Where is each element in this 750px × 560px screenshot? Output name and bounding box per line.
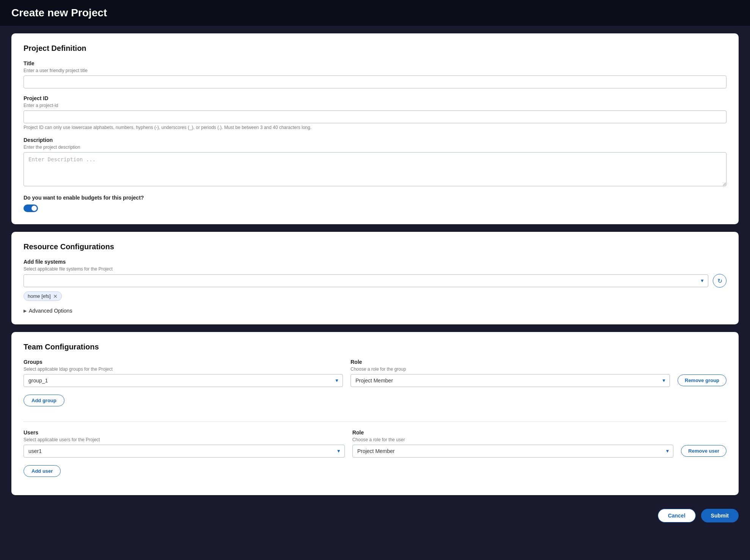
group-role-label: Role — [351, 359, 670, 365]
groups-select-wrapper: group_1 ▼ — [24, 374, 343, 387]
description-input[interactable] — [24, 152, 726, 186]
users-select[interactable]: user1 — [24, 445, 345, 458]
title-label: Title — [24, 60, 726, 66]
file-systems-label: Add file systems — [24, 259, 726, 265]
team-configurations-title: Team Configurations — [24, 343, 726, 351]
user-role-select[interactable]: Project Member — [352, 445, 674, 458]
add-group-button[interactable]: Add group — [24, 395, 64, 406]
user-role-label: Role — [352, 429, 674, 436]
users-row: Users Select applicable users for the Pr… — [24, 429, 726, 458]
divider — [24, 422, 726, 422]
resource-configurations-card: Resource Configurations Add file systems… — [11, 232, 739, 324]
budget-toggle[interactable] — [24, 204, 38, 212]
submit-button[interactable]: Submit — [701, 509, 739, 522]
groups-row: Groups Select applicable ldap groups for… — [24, 359, 726, 387]
group-role-select[interactable]: Project Member — [351, 374, 670, 387]
user-role-select-wrapper: Project Member ▼ — [352, 445, 674, 458]
title-group: Title Enter a user friendly project titl… — [24, 60, 726, 88]
description-group: Description Enter the project descriptio… — [24, 137, 726, 188]
tag-close-icon[interactable]: ✕ — [53, 294, 58, 299]
project-definition-card: Project Definition Title Enter a user fr… — [11, 33, 739, 224]
file-systems-select[interactable] — [24, 274, 708, 287]
project-id-hint: Enter a project-id — [24, 103, 726, 108]
refresh-button[interactable]: ↻ — [713, 274, 726, 288]
groups-col: Groups Select applicable ldap groups for… — [24, 359, 343, 387]
page-title: Create new Project — [11, 7, 739, 19]
file-system-tag: home [efs] ✕ — [24, 291, 62, 301]
group-role-select-wrapper: Project Member ▼ — [351, 374, 670, 387]
file-systems-group: Add file systems Select applicable file … — [24, 259, 726, 301]
users-select-wrapper: user1 ▼ — [24, 445, 345, 458]
page-footer: Cancel Submit — [0, 503, 750, 532]
advanced-options-arrow-icon: ▶ — [24, 308, 27, 313]
group-role-col: Role Choose a role for the group Project… — [351, 359, 670, 387]
description-label: Description — [24, 137, 726, 143]
file-system-row: ▼ ↻ — [24, 274, 726, 288]
users-hint: Select applicable users for the Project — [24, 437, 345, 442]
tag-label: home [efs] — [28, 293, 51, 299]
project-id-group: Project ID Enter a project-id Project ID… — [24, 95, 726, 130]
file-systems-hint: Select applicable file systems for the P… — [24, 266, 726, 272]
description-hint: Enter the project description — [24, 145, 726, 150]
file-systems-select-wrapper: ▼ — [24, 274, 708, 287]
project-id-help: Project ID can only use lowercase alphab… — [24, 125, 726, 130]
remove-group-button[interactable]: Remove group — [678, 374, 726, 386]
advanced-options-toggle[interactable]: ▶ Advanced Options — [24, 308, 726, 314]
add-user-button[interactable]: Add user — [24, 465, 61, 477]
groups-select[interactable]: group_1 — [24, 374, 343, 387]
groups-label: Groups — [24, 359, 343, 365]
project-id-label: Project ID — [24, 95, 726, 101]
team-configurations-card: Team Configurations Groups Select applic… — [11, 332, 739, 495]
remove-user-button[interactable]: Remove user — [681, 445, 726, 457]
title-input[interactable] — [24, 76, 726, 88]
project-id-input[interactable] — [24, 110, 726, 123]
page-header: Create new Project — [0, 0, 750, 26]
users-label: Users — [24, 429, 345, 436]
title-hint: Enter a user friendly project title — [24, 68, 726, 73]
user-role-hint: Choose a role for the user — [352, 437, 674, 442]
budget-label: Do you want to enable budgets for this p… — [24, 195, 144, 201]
project-definition-title: Project Definition — [24, 44, 726, 53]
resource-configurations-title: Resource Configurations — [24, 242, 726, 251]
advanced-options-label: Advanced Options — [29, 308, 72, 314]
page-content: Project Definition Title Enter a user fr… — [0, 26, 750, 503]
groups-hint: Select applicable ldap groups for the Pr… — [24, 367, 343, 372]
cancel-button[interactable]: Cancel — [658, 509, 696, 522]
group-role-hint: Choose a role for the group — [351, 367, 670, 372]
user-role-col: Role Choose a role for the user Project … — [352, 429, 674, 458]
users-col: Users Select applicable users for the Pr… — [24, 429, 345, 458]
refresh-icon: ↻ — [717, 277, 722, 285]
budget-row: Do you want to enable budgets for this p… — [24, 195, 726, 201]
